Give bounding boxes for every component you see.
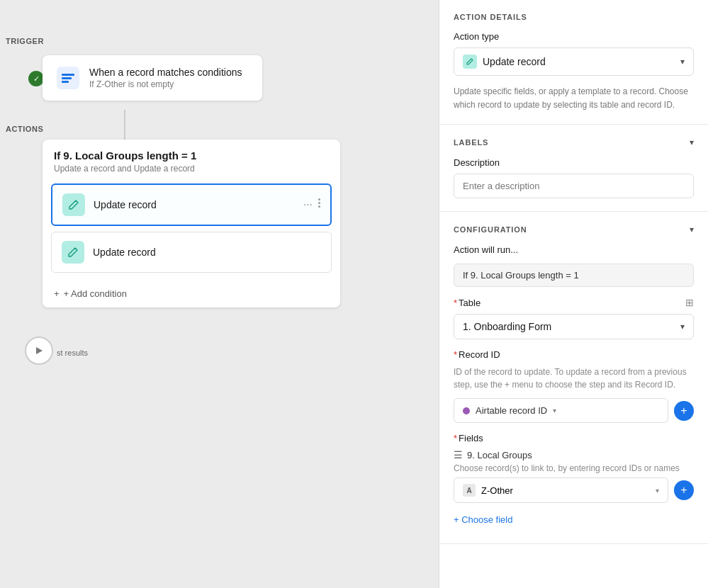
- record-id-selector[interactable]: Airtable record ID ▾: [454, 398, 668, 423]
- record-id-desc: ID of the record to update. To update a …: [454, 366, 694, 391]
- add-condition-icon: +: [54, 288, 60, 299]
- field-name-icon: ☰: [454, 449, 463, 460]
- svg-rect-2: [62, 77, 72, 79]
- labels-title: LABELS: [454, 138, 488, 147]
- description-label: Description: [454, 157, 694, 168]
- fields-container: *Fields ☰ 9. Local Groups Choose record(…: [454, 433, 694, 531]
- action-details-title: ACTION DETAILS: [454, 13, 694, 21]
- configuration-header: CONFIGURATION ▾: [454, 225, 694, 234]
- record-id-dot: [463, 407, 470, 414]
- table-value: 1. Onboarding Form: [463, 321, 551, 332]
- record-id-left: Airtable record ID ▾: [463, 405, 556, 416]
- action-details-section: ACTION DETAILS Action type Update record…: [439, 0, 708, 125]
- record-id-label: *Record ID: [454, 349, 694, 360]
- play-button[interactable]: [25, 337, 53, 365]
- description-field-container: Description: [454, 157, 694, 198]
- record-id-row: Airtable record ID ▾ +: [454, 398, 694, 423]
- test-results: st results: [57, 349, 88, 357]
- choose-field-label: + Choose field: [454, 514, 512, 525]
- action-type-value: Update record: [483, 56, 546, 67]
- svg-rect-1: [62, 74, 74, 76]
- condition-title: If 9. Local Groups length = 1: [54, 149, 329, 162]
- action-card-1[interactable]: Update record ···: [51, 183, 332, 226]
- configuration-title: CONFIGURATION: [454, 225, 527, 234]
- action-card-2[interactable]: Update record: [51, 232, 332, 273]
- connector-line: [124, 110, 125, 140]
- condition-header: If 9. Local Groups length = 1 Update a r…: [43, 140, 340, 176]
- condition-subtitle: Update a record and Update a record: [54, 164, 329, 174]
- record-id-container: *Record ID ID of the record to update. T…: [454, 349, 694, 423]
- field-row-1: ☰ 9. Local Groups Choose record(s) to li…: [454, 449, 694, 503]
- field-desc: Choose record(s) to link to, by entering…: [454, 463, 694, 473]
- choose-field-button[interactable]: + Choose field: [454, 509, 512, 531]
- fields-required: *: [454, 433, 457, 443]
- action2-label: Update record: [93, 247, 321, 258]
- field-value-selector[interactable]: A Z-Other ▾: [454, 477, 668, 503]
- trigger-label: TRIGGER: [6, 37, 44, 45]
- configuration-section: CONFIGURATION ▾ Action will run... If 9.…: [439, 212, 708, 544]
- field-name: 9. Local Groups: [467, 450, 532, 460]
- action-type-icon: [463, 55, 477, 69]
- trigger-node: When a record matches conditions If Z-Ot…: [43, 55, 262, 101]
- record-id-plus-button[interactable]: +: [674, 401, 694, 421]
- table-chevron: ▾: [680, 322, 685, 332]
- action-will-run-container: Action will run... If 9. Local Groups le…: [454, 244, 694, 287]
- svg-rect-3: [62, 81, 69, 83]
- trigger-subtitle: If Z-Other is not empty: [89, 79, 242, 89]
- action1-label: Update record: [94, 199, 295, 210]
- condition-badge: If 9. Local Groups length = 1: [454, 264, 694, 287]
- labels-section: LABELS ▾ Description: [439, 125, 708, 212]
- trigger-check-icon: ✓: [28, 71, 44, 86]
- record-id-value: Airtable record ID: [476, 405, 547, 416]
- condition-block: If 9. Local Groups length = 1 Update a r…: [43, 140, 340, 307]
- table-label: *Table: [454, 298, 481, 308]
- field-value-plus-button[interactable]: +: [674, 480, 694, 500]
- actions-label: ACTIONS: [6, 125, 43, 133]
- left-panel: TRIGGER ✓ When a record matches conditio…: [0, 0, 439, 588]
- action-description: Update specific fields, or apply a templ…: [454, 84, 694, 111]
- field-value: Z-Other: [481, 485, 513, 496]
- description-input[interactable]: [454, 174, 694, 198]
- value-row: A Z-Other ▾ +: [454, 477, 694, 503]
- right-panel: ACTION DETAILS Action type Update record…: [439, 0, 708, 588]
- record-id-chevron: ▾: [553, 407, 556, 414]
- labels-header: LABELS ▾: [454, 137, 694, 147]
- table-label-row: *Table ⊞: [454, 297, 694, 308]
- table-selector[interactable]: 1. Onboarding Form ▾: [454, 314, 694, 339]
- table-field-container: *Table ⊞ 1. Onboarding Form ▾: [454, 297, 694, 339]
- add-condition-button[interactable]: + + Add condition: [43, 280, 340, 307]
- action-type-selector[interactable]: Update record ▾: [454, 47, 694, 76]
- action-will-run-label: Action will run...: [454, 244, 694, 255]
- action2-icon: [62, 241, 84, 264]
- z-other-icon: A: [463, 484, 476, 497]
- action1-menu[interactable]: ···: [303, 198, 320, 211]
- labels-chevron[interactable]: ▾: [690, 137, 694, 147]
- add-condition-label: + Add condition: [64, 288, 127, 299]
- table-required-star: *: [454, 298, 457, 308]
- action1-icon: [62, 193, 85, 216]
- fields-label: *Fields: [454, 433, 694, 443]
- record-id-required: *: [454, 349, 457, 360]
- trigger-title: When a record matches conditions: [89, 67, 242, 78]
- action-type-icon-left: Update record: [463, 55, 546, 69]
- copy-icon[interactable]: ⊞: [685, 297, 694, 308]
- trigger-icon: [55, 65, 81, 91]
- condition-actions-list: Update record ··· Update reco: [43, 176, 340, 280]
- action-type-chevron: ▾: [680, 57, 685, 67]
- field-value-chevron: ▾: [656, 487, 659, 494]
- field-name-row: ☰ 9. Local Groups: [454, 449, 694, 460]
- action-type-label: Action type: [454, 31, 694, 42]
- configuration-chevron[interactable]: ▾: [690, 225, 694, 234]
